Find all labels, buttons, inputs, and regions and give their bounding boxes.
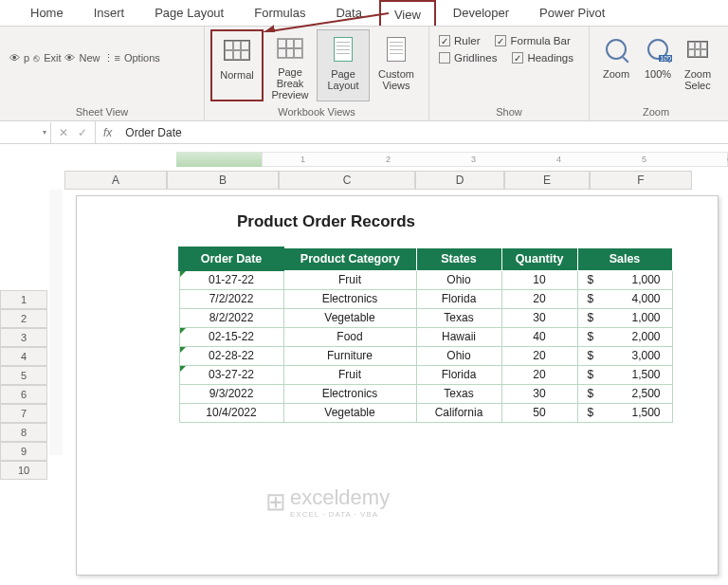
row-header-6[interactable]: 6 xyxy=(0,385,47,404)
table-cell[interactable]: Fruit xyxy=(283,365,416,384)
col-header-B[interactable]: B xyxy=(167,171,279,190)
col-header-D[interactable]: D xyxy=(415,171,504,190)
table-cell[interactable]: 1,500 xyxy=(577,403,672,422)
table-cell[interactable]: 01-27-22 xyxy=(179,270,283,289)
table-cell[interactable]: Florida xyxy=(416,365,501,384)
col-header-F[interactable]: F xyxy=(590,171,692,190)
table-cell[interactable]: 30 xyxy=(501,384,577,403)
tab-home[interactable]: Home xyxy=(17,0,77,26)
table-cell[interactable]: Florida xyxy=(416,289,501,308)
table-cell[interactable]: 3,000 xyxy=(577,346,672,365)
sheet-view-exit[interactable]: ⎋Exit xyxy=(33,48,61,67)
table-cell[interactable]: 9/3/2022 xyxy=(179,384,283,403)
table-cell[interactable]: 20 xyxy=(501,365,577,384)
col-header-A[interactable]: A xyxy=(64,171,167,190)
table-cell[interactable]: 8/2/2022 xyxy=(179,308,283,327)
tab-view[interactable]: View xyxy=(379,0,436,26)
zoom-selection-button[interactable]: Zoom Selec xyxy=(679,29,717,101)
table-cell[interactable]: 20 xyxy=(501,289,577,308)
page-break-preview-button[interactable]: Page Break Preview xyxy=(264,29,317,101)
table-header[interactable]: Product Category xyxy=(283,247,416,270)
row-header-9[interactable]: 9 xyxy=(0,442,47,461)
fx-icon[interactable]: fx xyxy=(96,126,119,139)
table-cell[interactable]: Electronics xyxy=(283,289,416,308)
zoom-selection-icon xyxy=(682,34,713,64)
table-header[interactable]: States xyxy=(416,247,501,270)
tab-formulas[interactable]: Formulas xyxy=(241,0,318,26)
tab-power-pivot[interactable]: Power Pivot xyxy=(526,0,618,26)
horizontal-ruler[interactable]: 123456 xyxy=(64,152,728,169)
table-cell[interactable]: Vegetable xyxy=(283,308,416,327)
formula-input[interactable]: Order Date xyxy=(119,126,728,139)
table-cell[interactable]: 2,000 xyxy=(577,327,672,346)
table-cell[interactable]: 10 xyxy=(501,270,577,289)
enter-icon[interactable]: ✓ xyxy=(78,126,87,139)
table-header[interactable]: Order Date xyxy=(179,247,283,270)
row-header-7[interactable]: 7 xyxy=(0,404,47,423)
table-cell[interactable]: Furniture xyxy=(283,346,416,365)
formula-bar-checkbox[interactable]: ✓Formula Bar xyxy=(495,35,570,46)
sheet-view-options[interactable]: ⋮≡Options xyxy=(103,48,159,67)
table-cell[interactable]: 1,000 xyxy=(577,270,672,289)
group-label-show: Show xyxy=(435,104,583,120)
headings-checkbox[interactable]: ✓Headings xyxy=(512,52,573,64)
table-cell[interactable]: 1,500 xyxy=(577,365,672,384)
page-layout-button[interactable]: Page Layout xyxy=(317,29,370,101)
row-header-2[interactable]: 2 xyxy=(0,309,47,328)
table-cell[interactable]: Hawaii xyxy=(416,327,501,346)
zoom-icon xyxy=(601,34,631,64)
tab-page-layout[interactable]: Page Layout xyxy=(141,0,237,26)
table-cell[interactable]: 1,000 xyxy=(577,308,672,327)
table-header[interactable]: Sales xyxy=(577,247,672,270)
tab-data[interactable]: Data xyxy=(322,0,374,26)
table-cell[interactable]: Ohio xyxy=(416,270,501,289)
zoom-100-button[interactable]: 100 100% xyxy=(637,29,679,101)
row-header-5[interactable]: 5 xyxy=(0,366,47,385)
row-header-1[interactable]: 1 xyxy=(0,290,47,309)
table-cell[interactable]: Vegetable xyxy=(283,403,416,422)
table-cell[interactable]: Texas xyxy=(416,308,501,327)
tab-insert[interactable]: Insert xyxy=(81,0,138,26)
custom-views-button[interactable]: Custom Views xyxy=(370,29,423,101)
table-cell[interactable]: Electronics xyxy=(283,384,416,403)
row-header-4[interactable]: 4 xyxy=(0,347,47,366)
col-header-E[interactable]: E xyxy=(504,171,590,190)
ruler-checkbox[interactable]: ✓Ruler xyxy=(439,35,480,46)
table-cell[interactable]: 40 xyxy=(501,327,577,346)
table-cell[interactable]: 20 xyxy=(501,346,577,365)
table-row: 9/3/2022ElectronicsTexas302,500 xyxy=(179,384,672,403)
table-cell[interactable]: 4,000 xyxy=(577,289,672,308)
normal-view-button[interactable]: Normal xyxy=(210,29,264,101)
col-header-C[interactable]: C xyxy=(279,171,415,190)
zoom-button[interactable]: Zoom xyxy=(595,29,637,101)
table-cell[interactable]: 30 xyxy=(501,308,577,327)
tab-developer[interactable]: Developer xyxy=(440,0,522,26)
name-box[interactable] xyxy=(0,122,51,143)
sheet-view-new[interactable]: 👁New xyxy=(64,48,100,67)
table-cell[interactable]: 50 xyxy=(501,403,577,422)
table-cell[interactable]: Texas xyxy=(416,384,501,403)
row-header-3[interactable]: 3 xyxy=(0,328,47,347)
table-cell[interactable]: Ohio xyxy=(416,346,501,365)
gridlines-checkbox[interactable]: Gridlines xyxy=(439,52,497,64)
table-cell[interactable]: California xyxy=(416,403,501,422)
table-cell[interactable]: 03-27-22 xyxy=(179,365,283,384)
table-header[interactable]: Quantity xyxy=(501,247,577,270)
row-header-10[interactable]: 10 xyxy=(0,461,47,480)
formula-bar-buttons: ✕ ✓ xyxy=(51,121,96,143)
table-row: 8/2/2022VegetableTexas301,000 xyxy=(179,308,672,327)
table-cell[interactable]: 7/2/2022 xyxy=(179,289,283,308)
table-cell[interactable]: 10/4/2022 xyxy=(179,403,283,422)
table-cell[interactable]: 2,500 xyxy=(577,384,672,403)
table-cell[interactable]: Fruit xyxy=(283,270,416,289)
group-workbook-views: Normal Page Break Preview Page Layout Cu… xyxy=(205,27,429,120)
table-cell[interactable]: 02-15-22 xyxy=(179,327,283,346)
table-cell[interactable]: 02-28-22 xyxy=(179,346,283,365)
vertical-ruler[interactable] xyxy=(49,190,63,455)
table-row: 10/4/2022VegetableCalifornia501,500 xyxy=(179,403,672,422)
sheet-view-keep[interactable]: 👁p xyxy=(9,48,29,67)
cancel-icon[interactable]: ✕ xyxy=(59,126,68,139)
row-header-8[interactable]: 8 xyxy=(0,423,47,442)
table-cell[interactable]: Food xyxy=(283,327,416,346)
column-headers: ABCDEF xyxy=(64,171,728,190)
